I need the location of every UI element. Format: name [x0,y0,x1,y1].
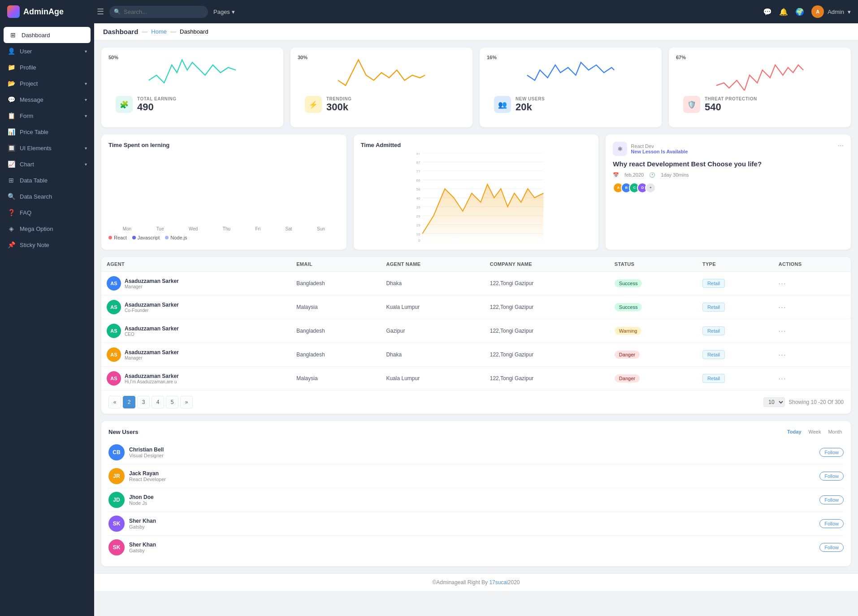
user-name: Jack Rayan [129,470,815,477]
page-3-button[interactable]: 3 [137,396,150,408]
sidebar-item-sticky-note[interactable]: 📌 Sticky Note [0,237,94,253]
agent-cell: AS Asaduzzaman Sarker Manager [101,343,291,367]
chevron-down-icon: ▾ [848,9,851,15]
sidebar-item-data-table[interactable]: ⊞ Data Table [0,172,94,188]
sidebar-item-mega-option[interactable]: ◈ Mega Option [0,221,94,237]
new-users-section: New Users TodayWeekMonth CB Christian Be… [94,421,858,573]
agent-name: Asaduzzaman Sarker [125,349,179,356]
prev-page-button[interactable]: « [108,396,121,408]
faq-icon: ❓ [7,209,15,216]
user-icon: 👤 [7,48,15,55]
avatar: AS [107,347,121,362]
agent-name: Asaduzzaman Sarker [125,373,179,379]
actions-button[interactable]: ··· [779,375,787,382]
actions-button[interactable]: ··· [779,351,787,358]
actions-button[interactable]: ··· [779,280,787,287]
chevron-down-icon: ▾ [85,49,87,54]
sidebar-item-label: User [20,48,32,55]
agent-role: Manager [125,356,179,360]
time-tab-week[interactable]: Week [807,428,823,435]
follow-button[interactable]: Follow [819,495,844,504]
sidebar-item-label: Chart [20,161,34,168]
email-cell: Malaysia [291,295,381,319]
avatar: SK [108,539,125,555]
message-icon: 💬 [7,96,15,103]
agent-name: Asaduzzaman Sarker [125,302,179,308]
type-badge: Retail [702,326,725,335]
company-cell: 122,Tongi Gazipur [485,367,609,390]
page-2-button[interactable]: 2 [123,396,135,408]
user-menu-button[interactable]: A Admin ▾ [811,5,851,18]
sidebar-item-chart[interactable]: 📈 Chart ▾ [0,156,94,172]
user-info: Sher Khan Gatsby [129,542,815,553]
sidebar-item-label: Mega Option [20,226,53,232]
sparkline-area: 67% [676,55,844,91]
avatar: CB [108,444,125,460]
dashboard-icon: ⊞ [9,31,17,39]
message-icon-button[interactable]: 💬 [763,8,772,16]
stat-info: TOTAL EARNING 490 [137,96,177,113]
time-tab-month[interactable]: Month [826,428,844,435]
profile-icon: 📁 [7,64,15,71]
company-cell: 122,Tongi Gazipur [485,343,609,367]
avatar: AS [107,324,121,338]
agent-cell: AS Asaduzzaman Sarker Co-Founder [101,295,291,319]
follow-button[interactable]: Follow [819,519,844,528]
time-tab-today[interactable]: Today [785,428,803,435]
actions-button[interactable]: ··· [779,304,787,311]
page-5-button[interactable]: 5 [166,396,178,408]
lesson-icon: ⚛ [613,142,627,156]
agent-role: Hi,I'm Asaduzzaman,are u [125,379,179,384]
avatar: A [811,5,824,18]
top-navigation: AdminAge ☰ 🔍 Pages ▾ 💬 🔔 🌍 A Admin ▾ [0,0,858,23]
agent-role: CEO [125,332,179,337]
actions-button[interactable]: ··· [779,327,787,334]
sidebar-item-dashboard[interactable]: ⊞ Dashboard [4,27,91,43]
user-info: Jhon Doe Node Js [129,494,815,506]
actions-cell: ··· [773,272,851,295]
sidebar-item-project[interactable]: 📂 Project ▾ [0,75,94,91]
table-row: AS Asaduzzaman Sarker CEO Bangladesh Gaz… [101,319,851,343]
pages-button[interactable]: Pages ▾ [213,9,235,15]
user-list-item: JD Jhon Doe Node Js Follow [108,488,844,512]
page-4-button[interactable]: 4 [152,396,164,408]
user-role: Gatsby [129,548,815,553]
sidebar-item-data-search[interactable]: 🔍 Data Search [0,188,94,204]
status-cell: Success [609,272,697,295]
follow-button[interactable]: Follow [819,448,844,457]
sidebar-item-price-table[interactable]: 📊 Price Table [0,124,94,140]
per-page-select[interactable]: 10 20 50 [763,397,785,407]
follow-button[interactable]: Follow [819,472,844,481]
next-page-button[interactable]: » [180,396,193,408]
sidebar-item-faq[interactable]: ❓ FAQ [0,204,94,221]
breadcrumb-home[interactable]: Home [151,28,167,35]
search-input[interactable] [109,6,208,18]
chevron-down-icon: ▾ [232,9,235,15]
sidebar-item-label: Message [20,96,43,103]
sidebar-item-form[interactable]: 📋 Form ▾ [0,108,94,124]
legend-item: Node.js [165,235,187,240]
follow-button[interactable]: Follow [819,543,844,552]
actions-cell: ··· [773,343,851,367]
chart-legend: ReactJavascriptNode.js [108,231,339,240]
notification-icon-button[interactable]: 🔔 [779,8,788,16]
chart-title: Time Spent on lerning [108,142,339,148]
avatar: JD [108,492,125,508]
sidebar-item-label: Profile [20,64,36,71]
user-list-item: SK Sher Khan Gatsby Follow [108,536,844,559]
globe-icon-button[interactable]: 🌍 [795,8,804,16]
sidebar-item-ui-elements[interactable]: 🔲 UI Elements ▾ [0,140,94,156]
sparkline-svg [298,55,465,91]
day-label: Thu [223,226,230,231]
more-options-button[interactable]: ··· [838,142,844,150]
sidebar-item-message[interactable]: 💬 Message ▾ [0,91,94,108]
stat-icon-box: 🛡️ [683,96,700,113]
footer-link[interactable]: 17sucai [489,579,507,586]
table-row: AS Asaduzzaman Sarker Hi,I'm Asaduzzaman… [101,367,851,390]
avatar-overflow: + [645,182,656,193]
sidebar-item-profile[interactable]: 📁 Profile [0,59,94,75]
hamburger-button[interactable]: ☰ [97,7,104,17]
sidebar-item-user[interactable]: 👤 User ▾ [0,43,94,59]
email-cell: Bangladesh [291,343,381,367]
user-role: React Developer [129,477,815,482]
